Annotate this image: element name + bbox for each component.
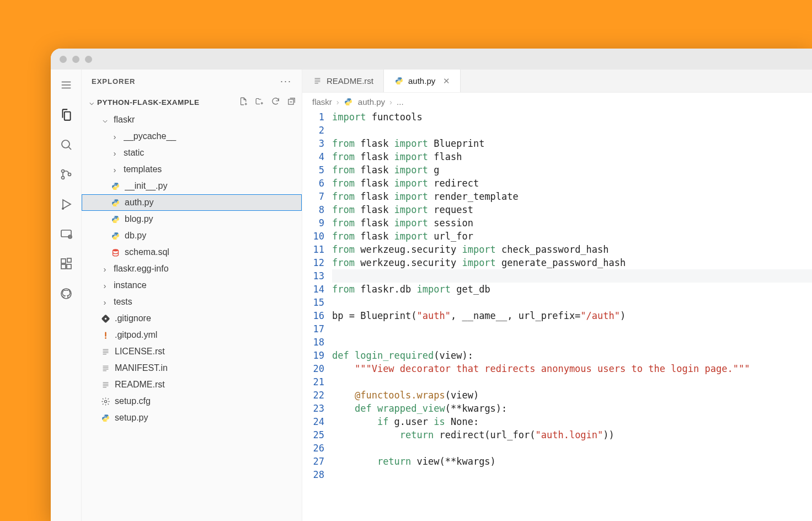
svg-point-26 xyxy=(116,188,116,189)
folder-item[interactable]: ›templates xyxy=(82,161,302,178)
chevron-icon: › xyxy=(100,281,109,290)
folder-item[interactable]: ›static xyxy=(82,145,302,161)
tab-label: README.rst xyxy=(327,76,373,86)
svg-point-33 xyxy=(113,249,118,251)
svg-point-58 xyxy=(399,83,400,84)
file-label: setup.cfg xyxy=(115,396,296,406)
svg-point-31 xyxy=(114,233,114,233)
file-item[interactable]: setup.cfg xyxy=(82,393,302,410)
file-label: tests xyxy=(114,297,296,307)
file-item[interactable]: MANIFEST.in xyxy=(82,360,302,376)
file-label: auth.py xyxy=(125,198,296,208)
file-item[interactable]: auth.py xyxy=(82,194,302,211)
svg-point-7 xyxy=(68,173,71,176)
refresh-icon[interactable] xyxy=(271,97,280,108)
editor-body[interactable]: 1234567891011121314151617181920212223242… xyxy=(302,110,812,521)
breadcrumb-separator: › xyxy=(336,97,339,107)
file-label: templates xyxy=(124,164,296,174)
file-item[interactable]: __init__.py xyxy=(82,178,302,194)
svg-rect-15 xyxy=(61,264,66,269)
close-icon[interactable]: ✕ xyxy=(443,76,450,86)
file-label: LICENSE.rst xyxy=(115,347,296,357)
python-icon xyxy=(110,214,120,224)
text-icon xyxy=(100,363,110,373)
file-label: db.py xyxy=(125,231,296,241)
folder-item[interactable]: ›__pycache__ xyxy=(82,128,302,145)
text-icon xyxy=(100,380,110,390)
python-icon xyxy=(110,198,120,208)
remote-explorer-icon[interactable] xyxy=(58,226,74,242)
github-icon[interactable] xyxy=(58,286,74,301)
editor-tab[interactable]: auth.py✕ xyxy=(384,70,461,92)
new-folder-icon[interactable] xyxy=(255,97,264,108)
file-label: MANIFEST.in xyxy=(115,363,296,373)
breadcrumb-separator: › xyxy=(389,97,392,107)
extensions-icon[interactable] xyxy=(58,256,74,272)
text-icon xyxy=(100,347,110,357)
folder-item[interactable]: ›tests xyxy=(82,294,302,310)
folder-item[interactable]: ›instance xyxy=(82,277,302,294)
file-item[interactable]: LICENSE.rst xyxy=(82,343,302,360)
file-item[interactable]: setup.py xyxy=(82,410,302,426)
app-window: EXPLORER ··· ⌵ PYTHON-FLASK-EXAMPLE ⌵fla… xyxy=(51,49,812,521)
file-label: flaskr xyxy=(114,115,296,125)
project-name: PYTHON-FLASK-EXAMPLE xyxy=(97,98,200,107)
cfg-icon xyxy=(100,396,110,406)
sidebar-title: EXPLORER xyxy=(92,77,136,86)
breadcrumb[interactable]: flaskr › auth.py › ... xyxy=(302,93,812,110)
svg-rect-17 xyxy=(67,258,71,262)
svg-marker-8 xyxy=(63,200,71,209)
collapse-all-icon[interactable] xyxy=(287,97,296,108)
sidebar-more-icon[interactable]: ··· xyxy=(280,76,292,87)
line-gutter: 1234567891011121314151617181920212223242… xyxy=(302,110,332,521)
folder-item[interactable]: ›flaskr.egg-info xyxy=(82,260,302,277)
chevron-icon: › xyxy=(110,148,119,158)
search-icon[interactable] xyxy=(58,137,74,152)
file-item[interactable]: blog.py xyxy=(82,211,302,227)
svg-point-28 xyxy=(116,205,116,205)
text-icon xyxy=(312,76,322,86)
breadcrumb-seg: flaskr xyxy=(312,97,332,107)
file-item[interactable]: .gitignore xyxy=(82,310,302,327)
file-label: setup.py xyxy=(115,413,296,423)
window-minimize-dot[interactable] xyxy=(72,56,79,63)
svg-point-30 xyxy=(116,221,116,222)
file-label: instance xyxy=(114,280,296,290)
workbench: EXPLORER ··· ⌵ PYTHON-FLASK-EXAMPLE ⌵fla… xyxy=(51,70,812,521)
explorer-icon[interactable] xyxy=(58,107,74,123)
menu-icon[interactable] xyxy=(58,77,74,93)
folder-item[interactable]: ⌵flaskr xyxy=(82,111,302,128)
file-item[interactable]: schema.sql xyxy=(82,244,302,260)
window-close-dot[interactable] xyxy=(60,56,67,63)
svg-rect-16 xyxy=(67,264,71,269)
svg-point-29 xyxy=(114,216,114,217)
file-label: __pycache__ xyxy=(124,131,296,141)
source-control-icon[interactable] xyxy=(58,167,74,182)
editor-tab[interactable]: README.rst xyxy=(302,70,384,92)
project-actions xyxy=(239,97,296,108)
file-label: README.rst xyxy=(115,380,296,390)
run-debug-icon[interactable] xyxy=(58,196,74,212)
editor-area: README.rstauth.py✕ flaskr › auth.py › ..… xyxy=(302,70,812,521)
python-icon xyxy=(110,231,120,241)
project-row[interactable]: ⌵ PYTHON-FLASK-EXAMPLE xyxy=(82,93,302,111)
window-maximize-dot[interactable] xyxy=(85,56,92,63)
yml-icon xyxy=(100,330,110,340)
file-item[interactable]: .gitpod.yml xyxy=(82,327,302,343)
svg-point-3 xyxy=(62,140,70,148)
sidebar: EXPLORER ··· ⌵ PYTHON-FLASK-EXAMPLE ⌵fla… xyxy=(82,70,302,521)
file-item[interactable]: README.rst xyxy=(82,376,302,393)
breadcrumb-seg: auth.py xyxy=(358,97,385,107)
file-item[interactable]: db.py xyxy=(82,227,302,244)
svg-rect-14 xyxy=(61,259,66,263)
file-tree: ⌵flaskr›__pycache__›static›templates__in… xyxy=(82,111,302,432)
svg-point-57 xyxy=(397,78,398,78)
svg-line-4 xyxy=(68,147,71,150)
svg-point-6 xyxy=(61,177,64,179)
sidebar-header: EXPLORER ··· xyxy=(82,70,302,93)
new-file-icon[interactable] xyxy=(239,97,248,108)
python-icon xyxy=(110,181,120,191)
code-content[interactable]: import functools from flask import Bluep… xyxy=(332,110,812,521)
python-icon xyxy=(100,413,110,423)
svg-point-37 xyxy=(105,337,106,339)
